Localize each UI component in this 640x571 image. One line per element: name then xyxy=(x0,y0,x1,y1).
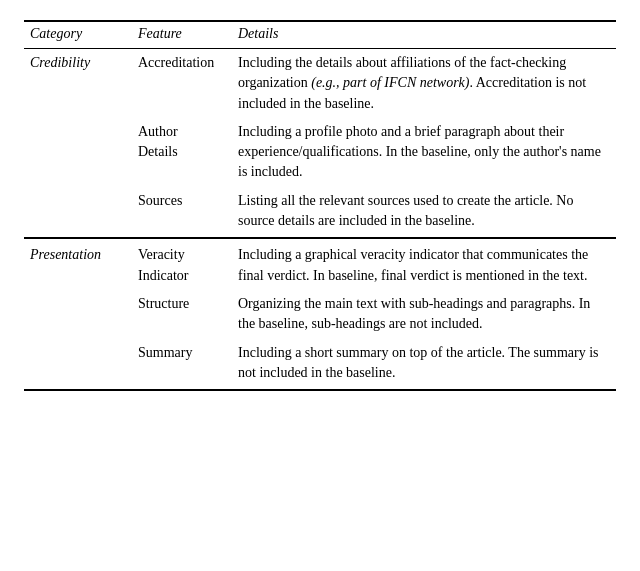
category-cell xyxy=(24,118,132,187)
table-row: AuthorDetailsIncluding a profile photo a… xyxy=(24,118,616,187)
header-feature: Feature xyxy=(132,21,232,49)
category-cell: Credibility xyxy=(24,49,132,118)
table-row: StructureOrganizing the main text with s… xyxy=(24,290,616,339)
feature-cell: Structure xyxy=(132,290,232,339)
category-cell xyxy=(24,290,132,339)
category-cell xyxy=(24,187,132,239)
details-cell: Including a profile photo and a brief pa… xyxy=(232,118,616,187)
feature-cell: AuthorDetails xyxy=(132,118,232,187)
header-category: Category xyxy=(24,21,132,49)
details-cell: Listing all the relevant sources used to… xyxy=(232,187,616,239)
category-cell xyxy=(24,339,132,391)
header-details: Details xyxy=(232,21,616,49)
table-row: CredibilityAccreditationIncluding the de… xyxy=(24,49,616,118)
feature-cell: Accreditation xyxy=(132,49,232,118)
table-row: SummaryIncluding a short summary on top … xyxy=(24,339,616,391)
category-cell: Presentation xyxy=(24,238,132,290)
feature-cell: VeracityIndicator xyxy=(132,238,232,290)
details-cell: Including a short summary on top of the … xyxy=(232,339,616,391)
feature-cell: Summary xyxy=(132,339,232,391)
table-row: SourcesListing all the relevant sources … xyxy=(24,187,616,239)
details-cell: Including the details about affiliations… xyxy=(232,49,616,118)
feature-cell: Sources xyxy=(132,187,232,239)
details-cell: Including a graphical veracity indicator… xyxy=(232,238,616,290)
details-cell: Organizing the main text with sub-headin… xyxy=(232,290,616,339)
table-row: PresentationVeracityIndicatorIncluding a… xyxy=(24,238,616,290)
